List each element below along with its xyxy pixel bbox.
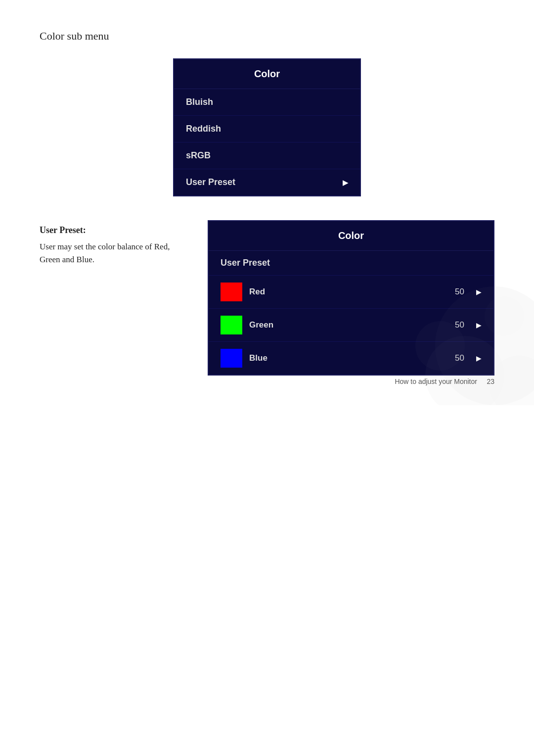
- description-body: User may set the color balance of Red, G…: [40, 240, 188, 266]
- red-swatch: [221, 283, 242, 301]
- color-menu-header: Color: [174, 59, 360, 89]
- green-label: Green: [249, 320, 448, 330]
- color-menu: Color Bluish Reddish sRGB User Preset ▶: [173, 58, 361, 196]
- description-label: User Preset:: [40, 225, 188, 236]
- user-preset-panel-header: Color: [209, 221, 493, 251]
- green-swatch: [221, 316, 242, 334]
- user-preset-arrow-icon: ▶: [343, 179, 348, 187]
- footer-text: How to adjust your Monitor: [395, 378, 477, 385]
- color-menu-container: Color Bluish Reddish sRGB User Preset ▶: [40, 58, 494, 196]
- description-section: User Preset: User may set the color bala…: [40, 220, 494, 376]
- section-title: Color sub menu: [40, 30, 494, 43]
- page: Color sub menu Color Bluish Reddish sRGB…: [0, 0, 534, 405]
- menu-item-srgb-label: sRGB: [186, 150, 211, 161]
- blue-value: 50: [455, 353, 464, 363]
- menu-item-reddish[interactable]: Reddish: [174, 116, 360, 142]
- footer-page-number: 23: [487, 378, 494, 385]
- blue-label: Blue: [249, 353, 448, 363]
- preset-row-blue[interactable]: Blue 50 ▶: [209, 342, 493, 375]
- red-label: Red: [249, 287, 448, 297]
- svg-point-2: [490, 356, 534, 405]
- page-footer: How to adjust your Monitor 23: [395, 378, 494, 385]
- blue-arrow-icon: ▶: [476, 354, 482, 363]
- menu-item-reddish-label: Reddish: [186, 124, 221, 134]
- green-value: 50: [455, 320, 464, 330]
- user-preset-panel: Color User Preset Red 50 ▶ Green 50 ▶ Bl…: [208, 220, 494, 376]
- user-preset-sub-header: User Preset: [209, 251, 493, 276]
- menu-item-bluish[interactable]: Bluish: [174, 89, 360, 116]
- green-arrow-icon: ▶: [476, 321, 482, 330]
- preset-row-red[interactable]: Red 50 ▶: [209, 276, 493, 309]
- menu-item-bluish-label: Bluish: [186, 97, 213, 107]
- menu-item-user-preset[interactable]: User Preset ▶: [174, 169, 360, 195]
- preset-row-green[interactable]: Green 50 ▶: [209, 309, 493, 342]
- red-arrow-icon: ▶: [476, 288, 482, 296]
- menu-item-user-preset-label: User Preset: [186, 177, 235, 188]
- red-value: 50: [455, 287, 464, 297]
- description-text: User Preset: User may set the color bala…: [40, 220, 188, 376]
- blue-swatch: [221, 349, 242, 368]
- menu-item-srgb[interactable]: sRGB: [174, 142, 360, 169]
